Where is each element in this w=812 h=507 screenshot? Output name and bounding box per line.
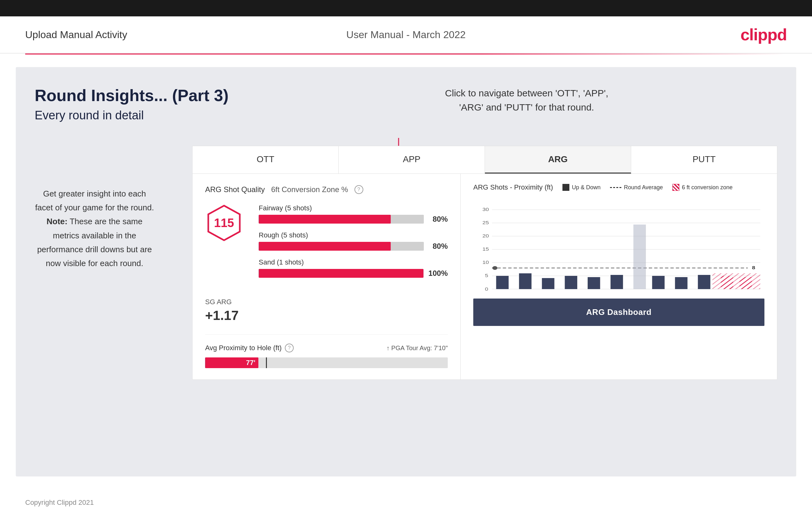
- legend-up-down: Up & Down: [562, 184, 601, 191]
- footer: Copyright Clippd 2021: [0, 489, 812, 507]
- nav-annotation: Click to navigate between 'OTT', 'APP','…: [445, 86, 608, 114]
- legend-dashed-icon: [610, 187, 621, 188]
- legend-conv-zone: 6 ft conversion zone: [672, 184, 732, 191]
- bar-track-fairway: 80%: [259, 215, 448, 224]
- bar-fill-rough: [259, 242, 391, 251]
- legend-box-icon: [562, 184, 569, 191]
- sg-label: SG ARG: [205, 298, 448, 306]
- bar-pct-sand: 100%: [428, 269, 448, 278]
- proximity-help-icon[interactable]: ?: [285, 344, 294, 352]
- shot-quality-label: ARG Shot Quality: [205, 185, 265, 194]
- bar-outer-rough: [259, 242, 424, 251]
- svg-rect-28: [652, 276, 665, 289]
- sg-area: SG ARG +1.17: [205, 298, 448, 323]
- left-note: Get greater insight into each facet of y…: [35, 187, 154, 270]
- chart-svg: 0 5 10 15 20 25 30: [473, 198, 764, 292]
- hexagon: 115: [205, 204, 243, 242]
- bar-row-rough: Rough (5 shots) 80%: [259, 231, 448, 251]
- sg-value: +1.17: [205, 308, 448, 323]
- tab-putt[interactable]: PUTT: [631, 146, 777, 173]
- bar-label-sand: Sand (1 shots): [259, 258, 448, 267]
- svg-rect-26: [611, 275, 623, 289]
- tab-app[interactable]: APP: [339, 146, 485, 173]
- arg-dashboard-button[interactable]: ARG Dashboard: [473, 298, 764, 326]
- svg-text:15: 15: [483, 246, 489, 251]
- svg-point-17: [493, 266, 498, 270]
- bar-track-rough: 80%: [259, 242, 448, 251]
- main-content: Round Insights... (Part 3) Every round i…: [16, 67, 796, 476]
- svg-text:10: 10: [483, 260, 489, 265]
- svg-text:20: 20: [483, 233, 489, 238]
- svg-rect-31: [721, 276, 733, 289]
- svg-text:0: 0: [485, 287, 488, 291]
- svg-rect-32: [740, 277, 752, 289]
- proximity-label: Avg Proximity to Hole (ft) ?: [205, 344, 294, 352]
- tab-ott[interactable]: OTT: [193, 146, 339, 173]
- logo: clippd: [741, 25, 787, 44]
- red-divider: [25, 54, 787, 54]
- bar-track-sand: 100%: [259, 269, 448, 278]
- shot-quality-header: ARG Shot Quality 6ft Conversion Zone % ?: [205, 185, 448, 194]
- upload-label: Upload Manual Activity: [25, 29, 127, 41]
- svg-text:30: 30: [483, 207, 489, 212]
- svg-rect-23: [542, 278, 555, 289]
- header: Upload Manual Activity User Manual - Mar…: [0, 16, 812, 54]
- proximity-section: Avg Proximity to Hole (ft) ? ↑ PGA Tour …: [205, 334, 448, 368]
- bar-pct-fairway: 80%: [429, 215, 448, 224]
- panel-right: ARG Shots - Proximity (ft) Up & Down Rou…: [461, 174, 777, 380]
- bar-label-fairway: Fairway (5 shots): [259, 204, 448, 212]
- section-subtitle: Every round in detail: [35, 109, 777, 122]
- svg-rect-27: [633, 225, 646, 289]
- help-icon[interactable]: ?: [354, 185, 363, 194]
- proximity-bar-outer: 77': [205, 357, 448, 368]
- bar-fill-fairway: [259, 215, 391, 224]
- bar-fill-sand: [259, 269, 423, 278]
- tabs: OTT APP ARG PUTT: [193, 146, 777, 174]
- proximity-pga: ↑ PGA Tour Avg: 7'10": [386, 344, 448, 352]
- score-area: 115 Fairway (5 shots) 80%: [205, 204, 448, 285]
- bar-label-rough: Rough (5 shots): [259, 231, 448, 239]
- conversion-zone-label: 6ft Conversion Zone %: [271, 185, 348, 194]
- hex-score: 115: [214, 216, 234, 230]
- svg-rect-29: [675, 277, 688, 289]
- svg-rect-30: [698, 275, 711, 289]
- panel-left: ARG Shot Quality 6ft Conversion Zone % ?…: [193, 174, 461, 380]
- legend-hatched-icon: [672, 184, 679, 191]
- top-bar: [0, 0, 812, 16]
- bar-outer-fairway: [259, 215, 424, 224]
- hexagon-container: 115: [205, 204, 243, 242]
- svg-text:25: 25: [483, 220, 489, 225]
- bar-row-sand: Sand (1 shots) 100%: [259, 258, 448, 278]
- tab-arg[interactable]: ARG: [485, 146, 631, 173]
- header-center-label: User Manual - March 2022: [346, 29, 466, 41]
- chart-area: 0 5 10 15 20 25 30: [473, 198, 764, 292]
- bars-section: Fairway (5 shots) 80% Rough (5 shots): [259, 204, 448, 285]
- chart-header: ARG Shots - Proximity (ft) Up & Down Rou…: [473, 183, 764, 191]
- svg-rect-22: [519, 273, 531, 289]
- section-title: Round Insights... (Part 3): [35, 86, 777, 105]
- bar-row-fairway: Fairway (5 shots) 80%: [259, 204, 448, 224]
- proximity-value: 77': [246, 359, 256, 367]
- chart-title: ARG Shots - Proximity (ft): [473, 183, 553, 191]
- copyright: Copyright Clippd 2021: [25, 499, 94, 506]
- svg-text:8: 8: [752, 265, 755, 270]
- svg-rect-25: [588, 277, 600, 289]
- svg-rect-20: [712, 273, 760, 289]
- svg-rect-21: [496, 276, 509, 289]
- bar-pct-rough: 80%: [429, 242, 448, 251]
- main-panel: OTT APP ARG PUTT ARG Shot Quality 6ft Co…: [192, 146, 777, 380]
- legend-round-avg: Round Average: [610, 184, 663, 191]
- proximity-marker: [266, 357, 267, 368]
- svg-rect-24: [565, 276, 577, 289]
- panel-body: ARG Shot Quality 6ft Conversion Zone % ?…: [193, 174, 777, 380]
- proximity-bar-fill: 77': [205, 357, 258, 368]
- svg-text:5: 5: [485, 273, 488, 278]
- bar-outer-sand: [259, 269, 423, 278]
- proximity-header: Avg Proximity to Hole (ft) ? ↑ PGA Tour …: [205, 344, 448, 352]
